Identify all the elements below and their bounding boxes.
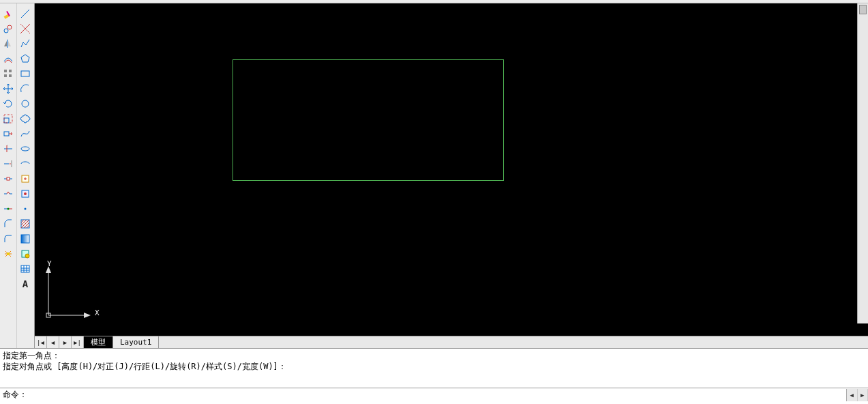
command-input[interactable] bbox=[30, 389, 846, 401]
spline-icon[interactable] bbox=[18, 126, 33, 141]
ellipse-icon[interactable] bbox=[18, 141, 33, 156]
rotate-icon[interactable] bbox=[1, 96, 16, 111]
svg-rect-4 bbox=[4, 70, 7, 72]
svg-point-20 bbox=[21, 147, 29, 151]
svg-point-3 bbox=[8, 25, 12, 29]
svg-point-23 bbox=[24, 192, 27, 195]
tab-nav-first[interactable]: |◀ bbox=[35, 336, 47, 348]
copy-icon[interactable] bbox=[1, 21, 16, 36]
array-icon[interactable] bbox=[1, 66, 16, 81]
svg-rect-8 bbox=[4, 118, 9, 123]
tab-model[interactable]: 模型 bbox=[84, 336, 113, 348]
svg-rect-6 bbox=[4, 74, 7, 77]
svg-marker-33 bbox=[84, 313, 91, 318]
offset-icon[interactable] bbox=[1, 51, 16, 66]
tab-layout1[interactable]: Layout1 bbox=[113, 336, 159, 348]
svg-point-28 bbox=[25, 254, 29, 258]
erase-icon[interactable] bbox=[1, 6, 16, 21]
chamfer-icon[interactable] bbox=[1, 216, 16, 231]
extend-icon[interactable] bbox=[1, 156, 16, 171]
cmd-scroll-left-icon[interactable]: ◀ bbox=[847, 389, 858, 401]
svg-rect-5 bbox=[9, 70, 12, 72]
svg-rect-29 bbox=[21, 265, 29, 272]
fillet-icon[interactable] bbox=[1, 231, 16, 246]
gradient-icon[interactable] bbox=[18, 231, 33, 246]
region-icon[interactable] bbox=[18, 246, 33, 261]
svg-rect-9 bbox=[4, 115, 12, 123]
cmd-scroll-right-icon[interactable]: ▶ bbox=[858, 389, 869, 401]
svg-rect-7 bbox=[9, 74, 12, 77]
ucs-x-label: X bbox=[95, 308, 100, 317]
join-icon[interactable] bbox=[1, 201, 16, 216]
construction-line-icon[interactable] bbox=[18, 21, 33, 36]
stretch-icon[interactable] bbox=[1, 126, 16, 141]
mtext-icon[interactable]: A bbox=[18, 276, 33, 291]
svg-point-2 bbox=[4, 29, 8, 33]
left-toolbars: A bbox=[0, 3, 35, 348]
svg-marker-17 bbox=[21, 55, 29, 62]
move-icon[interactable] bbox=[1, 81, 16, 96]
drawn-rectangle[interactable] bbox=[233, 59, 504, 181]
revision-cloud-icon[interactable] bbox=[18, 111, 33, 126]
canvas-column: Y X |◀ ◀ ▶ ▶| 模型 Layout1 bbox=[35, 3, 868, 348]
svg-point-12 bbox=[8, 208, 10, 210]
svg-point-13 bbox=[7, 252, 10, 255]
rectangle-icon[interactable] bbox=[18, 66, 33, 81]
trim-icon[interactable] bbox=[1, 141, 16, 156]
make-block-icon[interactable] bbox=[18, 186, 33, 201]
svg-rect-26 bbox=[21, 235, 29, 243]
command-prompt: 命令： bbox=[0, 389, 30, 401]
break-icon[interactable] bbox=[1, 186, 16, 201]
table-icon[interactable] bbox=[18, 261, 33, 276]
polyline-icon[interactable] bbox=[18, 36, 33, 51]
drawing-canvas[interactable]: Y X bbox=[35, 3, 868, 336]
scale-icon[interactable] bbox=[1, 111, 16, 126]
history-line-1: 指定第一角点： bbox=[3, 351, 60, 360]
ucs-y-label: Y bbox=[47, 259, 52, 268]
svg-line-14 bbox=[21, 10, 29, 18]
tab-nav-prev[interactable]: ◀ bbox=[47, 336, 59, 348]
command-line: 命令： ◀ ▶ bbox=[0, 388, 868, 401]
ucs-icon: Y X bbox=[42, 261, 96, 322]
polygon-icon[interactable] bbox=[18, 51, 33, 66]
layout-tabs: |◀ ◀ ▶ ▶| 模型 Layout1 bbox=[35, 336, 868, 348]
line-icon[interactable] bbox=[18, 6, 33, 21]
svg-point-24 bbox=[25, 208, 27, 210]
mtext-label: A bbox=[23, 278, 28, 289]
command-history: 指定第一角点： 指定对角点或 [高度(H)/对正(J)/行距(L)/旋转(R)/… bbox=[0, 348, 868, 388]
modify-toolbar bbox=[0, 3, 17, 348]
break-point-icon[interactable] bbox=[1, 171, 16, 186]
svg-rect-18 bbox=[21, 71, 29, 76]
svg-rect-10 bbox=[4, 132, 9, 136]
explode-icon[interactable] bbox=[1, 246, 16, 261]
main-row: A Y X |◀ ◀ bbox=[0, 3, 868, 348]
arc-icon[interactable] bbox=[18, 81, 33, 96]
scrollbar-thumb[interactable] bbox=[859, 5, 867, 14]
vertical-scrollbar[interactable] bbox=[857, 3, 868, 323]
hatch-icon[interactable] bbox=[18, 216, 33, 231]
tab-nav-last[interactable]: ▶| bbox=[72, 336, 84, 348]
point-icon[interactable] bbox=[18, 201, 33, 216]
circle-icon[interactable] bbox=[18, 96, 33, 111]
history-line-2: 指定对角点或 [高度(H)/对正(J)/行距(L)/旋转(R)/样式(S)/宽度… bbox=[3, 362, 286, 371]
mirror-icon[interactable] bbox=[1, 36, 16, 51]
insert-block-icon[interactable] bbox=[18, 171, 33, 186]
draw-toolbar: A bbox=[17, 3, 34, 348]
ellipse-arc-icon[interactable] bbox=[18, 156, 33, 171]
command-hscroll: ◀ ▶ bbox=[846, 389, 868, 401]
svg-rect-11 bbox=[7, 177, 10, 180]
svg-point-19 bbox=[22, 100, 29, 107]
tab-nav-next[interactable]: ▶ bbox=[59, 336, 72, 348]
